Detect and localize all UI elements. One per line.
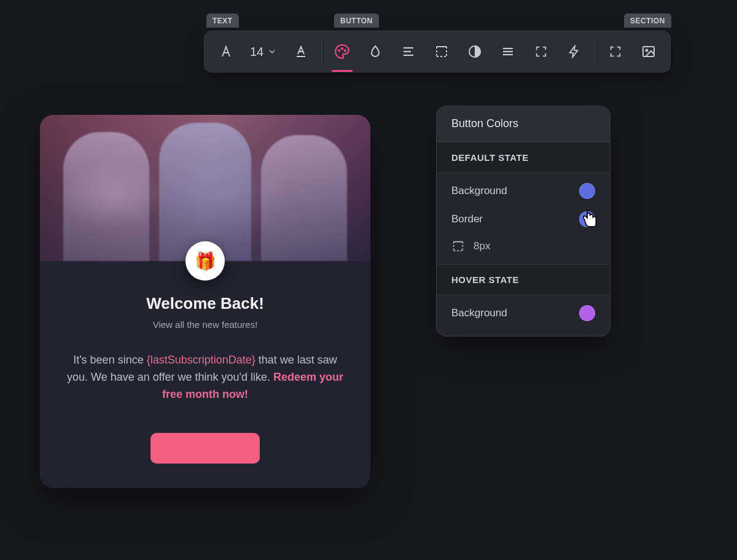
card-subtitle[interactable]: View all the new features!	[63, 319, 347, 330]
hover-state-heading: HOVER STATE	[437, 264, 610, 295]
card-body-text[interactable]: It's been since {lastSubscriptionDate} t…	[63, 352, 347, 403]
preview-card: 🎁 Welcome Back! View all the new feature…	[40, 115, 370, 488]
svg-point-3	[345, 50, 346, 51]
default-background-swatch[interactable]	[579, 183, 595, 199]
toolbar-divider	[595, 38, 595, 65]
gift-icon: 🎁	[195, 251, 216, 271]
primary-button[interactable]	[150, 433, 260, 464]
chevron-down-icon	[267, 47, 277, 56]
svg-point-12	[646, 50, 648, 52]
row-label: Border	[451, 213, 483, 225]
border-width-value: 8px	[474, 240, 490, 252]
alignment-tool[interactable]	[394, 37, 423, 66]
toolbar-tab-text[interactable]: TEXT	[206, 14, 239, 28]
toolbar-tab-section[interactable]: SECTION	[624, 14, 671, 28]
toolbar-divider	[321, 38, 322, 65]
svg-point-1	[338, 50, 340, 51]
merge-token[interactable]: {lastSubscriptionDate}	[147, 354, 255, 366]
hero-image	[40, 115, 370, 261]
font-size-value: 14	[250, 45, 263, 59]
default-state-heading: DEFAULT STATE	[437, 142, 610, 173]
border-tool[interactable]	[427, 37, 456, 66]
border-width-row[interactable]: 8px	[437, 237, 610, 264]
avatar-badge: 🎁	[185, 241, 225, 281]
default-background-row: Background	[437, 173, 610, 209]
svg-point-2	[341, 48, 343, 49]
default-border-row: Border	[437, 209, 610, 237]
text-color-button[interactable]	[287, 37, 315, 66]
section-size-tool[interactable]	[601, 37, 630, 66]
size-tool[interactable]	[527, 37, 555, 66]
font-size-select[interactable]: 14	[245, 45, 282, 59]
row-label: Background	[451, 307, 507, 319]
button-color-tool[interactable]	[328, 37, 356, 66]
spacing-tool[interactable]	[494, 37, 522, 66]
section-image-tool[interactable]	[634, 37, 663, 66]
font-family-button[interactable]	[212, 37, 240, 66]
hover-background-row: Background	[437, 295, 610, 336]
panel-title: Button Colors	[437, 106, 610, 142]
action-tool[interactable]	[560, 37, 588, 66]
toolbar-tab-button[interactable]: BUTTON	[334, 14, 379, 28]
card-title[interactable]: Welcome Back!	[63, 294, 347, 313]
opacity-tool[interactable]	[361, 37, 389, 66]
default-border-swatch[interactable]	[579, 211, 595, 227]
formatting-toolbar: TEXT BUTTON SECTION 14	[204, 14, 671, 72]
shadow-tool[interactable]	[461, 37, 489, 66]
hover-background-swatch[interactable]	[579, 305, 595, 321]
row-label: Background	[451, 185, 507, 197]
button-colors-panel: Button Colors DEFAULT STATE Background B…	[436, 106, 610, 336]
border-width-icon	[451, 239, 465, 253]
